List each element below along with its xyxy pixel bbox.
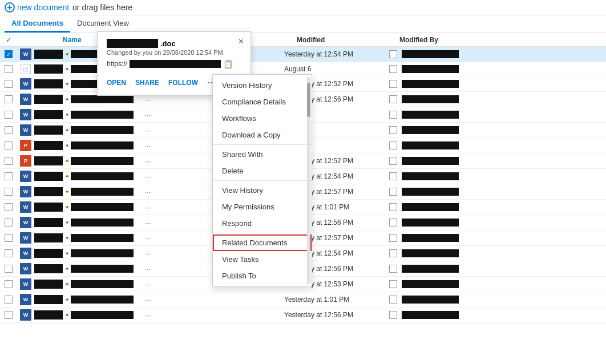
row-name[interactable]: [71, 157, 139, 165]
row-ellipsis[interactable]: ···: [139, 219, 156, 227]
row-checkbox[interactable]: [5, 172, 13, 180]
row-checkbox[interactable]: [5, 80, 13, 88]
row-ellipsis[interactable]: ···: [139, 265, 156, 273]
row-modby-check: [385, 141, 402, 149]
row-name[interactable]: [71, 311, 139, 319]
row-checkbox[interactable]: [5, 296, 13, 304]
dropdown-item-delete[interactable]: Delete: [213, 163, 312, 179]
row-name[interactable]: [71, 203, 139, 211]
row-ellipsis[interactable]: ···: [139, 234, 156, 242]
row-ellipsis[interactable]: ···: [139, 311, 156, 319]
dropdown-item-version-history[interactable]: Version History: [213, 77, 312, 94]
row-ellipsis[interactable]: ···: [139, 172, 156, 181]
row-checkbox[interactable]: [5, 311, 13, 319]
row-icon-cell: W: [17, 263, 34, 274]
row-name[interactable]: [71, 234, 139, 242]
row-name[interactable]: [71, 111, 139, 119]
row-icon-cell: 📄: [17, 64, 34, 74]
row-name[interactable]: [71, 265, 139, 273]
dropdown-item-compliance-details[interactable]: Compliance Details: [213, 94, 312, 110]
scrollbar-thumb[interactable]: [307, 83, 310, 117]
row-modby: [402, 95, 464, 103]
row-icon-cell: W: [17, 109, 34, 120]
row-checkbox[interactable]: ✓: [5, 50, 13, 58]
dropdown-item-related-documents[interactable]: Related Documents: [213, 234, 312, 251]
row-check-cell: [0, 311, 17, 319]
row-check-cell: ✓: [0, 50, 17, 58]
row-checkbox[interactable]: [5, 265, 13, 273]
popup-url-black: [130, 60, 221, 68]
row-black-left: [34, 110, 63, 119]
word-icon: W: [20, 109, 31, 120]
row-ellipsis[interactable]: ···: [139, 95, 156, 104]
row-modby-check: [385, 172, 402, 180]
popup-share-button[interactable]: SHARE: [135, 79, 159, 87]
row-star: ✦: [63, 312, 71, 319]
row-ellipsis[interactable]: ···: [139, 188, 156, 196]
dropdown-item-shared-with[interactable]: Shared With: [213, 146, 312, 163]
row-checkbox[interactable]: [5, 203, 13, 211]
row-checkbox[interactable]: [5, 95, 13, 103]
dropdown-item-view-history[interactable]: View History: [213, 182, 312, 199]
dropdown-item-download-a-copy[interactable]: Download a Copy: [213, 127, 312, 143]
row-name[interactable]: [71, 126, 139, 134]
row-ellipsis[interactable]: ···: [139, 280, 156, 289]
row-modby: [402, 296, 464, 304]
row-ellipsis[interactable]: ···: [139, 111, 156, 119]
row-ellipsis[interactable]: ···: [139, 141, 156, 150]
row-ellipsis[interactable]: ···: [139, 296, 156, 304]
row-name[interactable]: [71, 249, 139, 257]
row-checkbox[interactable]: [5, 111, 13, 119]
new-document-button[interactable]: + new document: [5, 2, 69, 13]
row-star: ✦: [63, 51, 71, 58]
row-checkbox[interactable]: [5, 141, 13, 149]
row-modby: [402, 311, 464, 319]
dropdown-item-respond[interactable]: Respond: [213, 215, 312, 232]
row-name[interactable]: [71, 188, 139, 196]
row-checkbox[interactable]: [5, 234, 13, 242]
row-ellipsis[interactable]: ···: [139, 203, 156, 212]
row-icon-cell: W: [17, 48, 34, 60]
tab-document-view[interactable]: Document View: [70, 15, 136, 33]
row-ellipsis[interactable]: ···: [139, 249, 156, 258]
row-icon-cell: W: [17, 94, 34, 105]
row-checkbox[interactable]: [5, 126, 13, 134]
row-checkbox[interactable]: [5, 280, 13, 288]
row-checkbox[interactable]: [5, 249, 13, 257]
nav-tabs: All Documents Document View: [0, 15, 606, 33]
row-name[interactable]: [71, 280, 139, 288]
tab-all-documents[interactable]: All Documents: [5, 15, 70, 33]
header-modified[interactable]: Modified: [297, 36, 399, 44]
row-modby: [402, 141, 464, 149]
row-name[interactable]: [71, 296, 139, 304]
row-checkbox[interactable]: [5, 157, 13, 165]
row-star: ✦: [63, 173, 71, 180]
row-modby: [402, 80, 464, 88]
popup-copy-icon[interactable]: 📋: [223, 59, 233, 68]
row-modby-check: [385, 50, 402, 58]
dropdown-item-publish-to[interactable]: Publish To: [213, 268, 312, 284]
row-star: ✦: [63, 281, 71, 288]
dropdown-item-view-tasks[interactable]: View Tasks: [213, 251, 312, 268]
row-name[interactable]: [71, 172, 139, 180]
row-black-left: [34, 172, 63, 181]
row-modby-check: [385, 234, 402, 242]
row-black-left: [34, 50, 63, 59]
popup-open-button[interactable]: OPEN: [107, 79, 126, 87]
popup-close-button[interactable]: ×: [239, 37, 244, 47]
row-checkbox[interactable]: [5, 65, 13, 73]
row-checkbox[interactable]: [5, 219, 13, 227]
dropdown-item-my-permissions[interactable]: My Permissions: [213, 199, 312, 215]
dropdown-menu: Version HistoryCompliance DetailsWorkflo…: [212, 74, 312, 287]
dropdown-item-workflows[interactable]: Workflows: [213, 110, 312, 127]
row-name[interactable]: [71, 141, 139, 149]
row-name[interactable]: [71, 219, 139, 227]
row-checkbox[interactable]: [5, 188, 13, 196]
row-modby: [402, 111, 464, 119]
row-modby-check: [385, 95, 402, 103]
row-ellipsis[interactable]: ···: [139, 157, 156, 165]
row-icon-cell: W: [17, 248, 34, 259]
popup-follow-button[interactable]: FOLLOW: [168, 79, 198, 87]
row-ellipsis[interactable]: ···: [139, 126, 156, 135]
row-name[interactable]: [71, 95, 139, 103]
